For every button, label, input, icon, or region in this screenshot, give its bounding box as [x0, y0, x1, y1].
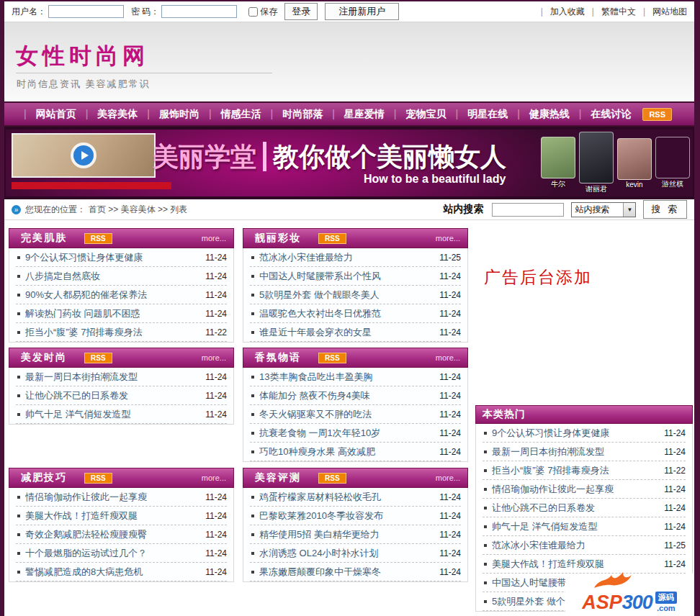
- box-title: 靓丽彩妆: [255, 232, 301, 245]
- news-link[interactable]: 体能加分 熬夜不伤身4美味: [259, 389, 435, 402]
- news-link[interactable]: 情侣瑜伽动作让彼此一起享瘦: [492, 483, 660, 496]
- more-link[interactable]: more...: [202, 474, 226, 482]
- news-link[interactable]: 果冻嫩唇颠覆印象中干燥寒冬: [259, 566, 435, 579]
- site-header: 女性时尚网 时尚信息资讯 美容减肥常识: [4, 22, 694, 101]
- topbar-link[interactable]: 网站地图: [636, 6, 687, 18]
- more-link[interactable]: more...: [202, 353, 226, 362]
- news-link[interactable]: 9个公认坏习惯让身体更健康: [25, 251, 201, 264]
- celebrity-thumbnail[interactable]: 游丝棋: [655, 137, 690, 189]
- news-link[interactable]: 奇效企鹅减肥法轻松瘦腰瘦臀: [25, 528, 201, 541]
- nav-item[interactable]: 宠物宝贝: [385, 108, 447, 121]
- news-item: 5款明星外套 做个靓眼冬美人 11-24: [250, 286, 461, 304]
- news-link[interactable]: 让他心跳不已的日系卷发: [25, 389, 201, 402]
- bullet-icon: [251, 432, 254, 435]
- news-link[interactable]: 八步搞定自然底妆: [25, 270, 201, 283]
- box-beauty-review: 美容评测 RSS more... 鸡蛋柠檬家居材料轻松收毛孔 11-24 巴黎欧…: [243, 468, 468, 582]
- search-input[interactable]: [492, 203, 564, 217]
- box-header: 美容评测 RSS more...: [243, 468, 468, 488]
- bullet-icon: [484, 600, 487, 603]
- nav-item[interactable]: 星座爱情: [323, 108, 385, 121]
- news-link[interactable]: 鸡蛋柠檬家居材料轻松收毛孔: [259, 491, 435, 504]
- promo-banner[interactable]: 美丽学堂教你做个美丽懒女人 How to be a beautiful lady…: [4, 127, 694, 199]
- news-link[interactable]: 水润诱惑 OL24小时补水计划: [259, 547, 435, 560]
- news-link[interactable]: 温暖驼色大衣衬出冬日优雅范: [259, 307, 435, 320]
- box-makeup: 靓丽彩妆 RSS more... 范冰冰小宋佳谁最给力 11-25 中国达人时髦…: [243, 228, 468, 343]
- news-link[interactable]: 帅气十足 洋气俏短发造型: [492, 520, 660, 533]
- news-item: 冬天火锅驱寒又不胖的吃法 11-24: [250, 405, 461, 424]
- nav-item[interactable]: 服饰时尚: [138, 108, 199, 121]
- news-link[interactable]: 抗衰老食物 一周1次年轻10岁: [259, 427, 435, 440]
- more-link[interactable]: more...: [202, 234, 226, 243]
- celebrity-thumbnail[interactable]: 谢丽君: [579, 132, 614, 194]
- more-link[interactable]: more...: [436, 353, 460, 362]
- rss-badge[interactable]: RSS: [84, 233, 112, 244]
- register-button[interactable]: 注册新用户: [325, 3, 399, 20]
- nav-rss-badge[interactable]: RSS: [642, 108, 672, 121]
- news-link[interactable]: 帅气十足 洋气俏短发造型: [25, 408, 201, 421]
- news-link[interactable]: 中国达人时髦腰带系出个性风: [259, 270, 435, 283]
- news-link[interactable]: 拒当小“腹”婆 7招排毒瘦身法: [492, 464, 660, 477]
- topbar-link[interactable]: 繁體中文: [585, 6, 636, 18]
- rss-badge[interactable]: RSS: [84, 353, 112, 363]
- news-link[interactable]: 范冰冰小宋佳谁最给力: [492, 539, 660, 552]
- bullet-icon: [484, 488, 487, 491]
- nav-item[interactable]: 网站首页: [14, 108, 76, 121]
- celebrity-thumbnail[interactable]: kevin: [617, 138, 652, 189]
- nav-item[interactable]: 美容美体: [76, 108, 138, 121]
- breadcrumb[interactable]: 首页 >> 美容美体 >> 列表: [89, 204, 187, 216]
- news-link[interactable]: 冬天火锅驱寒又不胖的吃法: [259, 408, 435, 421]
- banner-video-thumbnail[interactable]: [12, 133, 156, 178]
- box-header: 减肥技巧 RSS more...: [9, 468, 234, 488]
- save-checkbox[interactable]: [248, 7, 258, 17]
- news-item: 9个公认坏习惯让身体更健康 11-24: [483, 424, 686, 443]
- page-top-border: [0, 0, 700, 1]
- nav-item[interactable]: 健康热线: [508, 108, 570, 121]
- news-link[interactable]: 90%女人都易犯的催老保养法: [25, 289, 201, 302]
- news-date: 11-24: [439, 447, 461, 457]
- nav-item[interactable]: 明星在线: [446, 108, 508, 121]
- bullet-icon: [484, 563, 487, 566]
- news-date: 11-24: [439, 511, 461, 521]
- box-fragrance: 香氛物语 RSS more... 13类丰胸食品吃出丰盈美胸 11-24 体能加…: [243, 348, 468, 462]
- news-link[interactable]: 最新一周日本街拍潮流发型: [492, 445, 660, 458]
- search-button[interactable]: 搜 索: [643, 200, 687, 219]
- banner-subtitle: How to be a beautiful lady: [364, 173, 506, 186]
- celebrity-thumbnail[interactable]: 牛尔: [541, 137, 575, 189]
- rss-badge[interactable]: RSS: [318, 473, 346, 484]
- login-button[interactable]: 登录: [284, 3, 318, 20]
- news-link[interactable]: 5款明星外套 做个靓眼冬美人: [259, 289, 435, 302]
- news-link[interactable]: 巴黎欧莱雅2010冬季妆容发布: [259, 509, 435, 522]
- username-input[interactable]: [48, 5, 124, 18]
- news-link[interactable]: 解读热门药妆 问题肌不困惑: [25, 307, 201, 320]
- news-link[interactable]: 拒当小“腹”婆 7招排毒瘦身法: [25, 326, 201, 339]
- news-date: 11-24: [439, 548, 461, 558]
- news-item: 抗衰老食物 一周1次年轻10岁 11-24: [250, 424, 461, 443]
- news-date: 11-24: [664, 522, 686, 532]
- rss-badge[interactable]: RSS: [318, 233, 346, 244]
- search-scope-select[interactable]: 站内搜索 ▼: [571, 202, 636, 217]
- nav-item[interactable]: 情感生活: [199, 108, 261, 121]
- site-logo[interactable]: 女性时尚网: [16, 41, 149, 71]
- rss-badge[interactable]: RSS: [84, 473, 112, 484]
- news-link[interactable]: 美腿大作战！打造纤瘦双腿: [492, 558, 660, 571]
- more-link[interactable]: more...: [436, 234, 460, 243]
- news-link[interactable]: 最新一周日本街拍潮流发型: [25, 371, 201, 384]
- news-link[interactable]: 精华使用5招 美白精华更给力: [259, 528, 435, 541]
- nav-item[interactable]: 在线讨论: [570, 108, 632, 121]
- news-link[interactable]: 13类丰胸食品吃出丰盈美胸: [259, 371, 435, 384]
- news-link[interactable]: 美腿大作战！打造纤瘦双腿: [25, 509, 201, 522]
- news-link[interactable]: 谁是近十年最会穿衣的女星: [259, 326, 435, 339]
- play-icon[interactable]: [73, 145, 94, 166]
- nav-item[interactable]: 时尚部落: [261, 108, 323, 121]
- rss-badge[interactable]: RSS: [318, 353, 346, 363]
- news-link[interactable]: 9个公认坏习惯让身体更健康: [492, 427, 660, 440]
- topbar-link[interactable]: 加入收藏: [534, 6, 585, 18]
- news-link[interactable]: 情侣瑜伽动作让彼此一起享瘦: [25, 491, 201, 504]
- password-input[interactable]: [161, 5, 237, 18]
- news-link[interactable]: 范冰冰小宋佳谁最给力: [259, 251, 435, 264]
- news-link[interactable]: 巧吃10种瘦身水果 高效减肥: [259, 445, 435, 458]
- news-link[interactable]: 让他心跳不已的日系卷发: [492, 502, 660, 515]
- news-link[interactable]: 十个最燃脂的运动试过几个？: [25, 547, 201, 560]
- news-link[interactable]: 警惕减肥造成的8大病患危机: [25, 566, 201, 579]
- more-link[interactable]: more...: [436, 474, 460, 482]
